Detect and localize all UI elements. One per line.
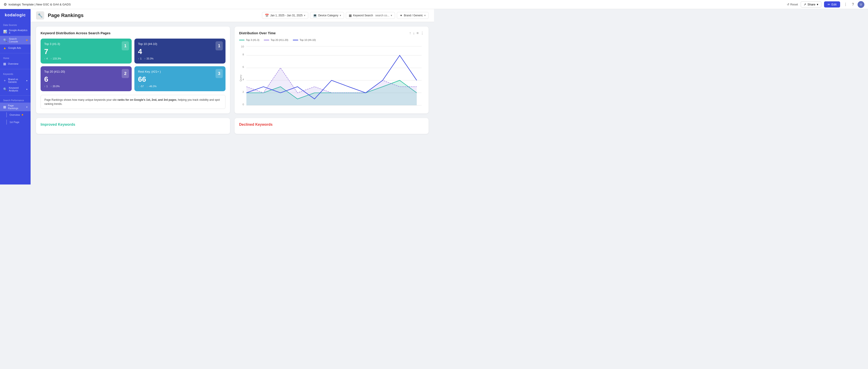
stat3-value: 1: [140, 57, 142, 60]
page-title: Page Rankings: [48, 12, 84, 18]
arrow-down-icon[interactable]: ↓: [413, 31, 415, 35]
kd-tile-rest-label: Rest Key. (#21+ ): [138, 70, 222, 73]
svg-text:Jan 19: Jan 19: [345, 107, 352, 108]
up-arrow-icon-4: ↑: [144, 57, 146, 60]
date-filter-label: Jan 1, 2025 - Jan 31, 2025: [270, 14, 303, 17]
device-chevron-icon: ▾: [340, 14, 341, 17]
kd-tile-top20-stats: ↑ 1 ↑ 20.0%: [44, 85, 128, 88]
sub-bar-icon: [6, 112, 7, 117]
sidebar-item-brand-vs-generic[interactable]: ＋ Brand vs Generic ▾: [0, 76, 31, 85]
google-ads-icon: ▲: [3, 46, 6, 50]
declined-keywords-title: Declined Keywords: [239, 122, 424, 126]
sidebar-item-google-analytics[interactable]: 📊 Google Analytics 4: [0, 27, 31, 36]
legend-top3: Top 3 (#1-3): [239, 38, 259, 41]
svg-text:Query: Query: [239, 75, 242, 82]
stat8-value: -46.3%: [149, 85, 157, 88]
kd-tile-rest-stats: ↓ -57 ↓ -46.3%: [138, 85, 222, 88]
kd-card-title: Keyword Distribution Across Search Pages: [40, 31, 225, 35]
svg-text:4: 4: [243, 78, 244, 81]
dot-legend: Top 3 (#1-3) Top 20 (#11-20) Top 10 (#4-…: [239, 38, 424, 41]
kd-tile-top10-badge: 1: [216, 41, 223, 50]
kd-tile-top20-badge: 2: [122, 69, 129, 78]
svg-text:Jan 25: Jan 25: [379, 107, 386, 108]
dot-card-title: Distribution Over Time: [239, 31, 276, 35]
sidebar-item-label: Google Analytics 4: [9, 29, 27, 34]
kd-tile-top3: Top 3 (#1-3) 7 ↑ 4 ↑ 133.3%: [40, 38, 132, 63]
sidebar-item-page-rankings[interactable]: ▦ Page Rankings ▾: [0, 103, 31, 111]
sidebar-item-keyword-analysis[interactable]: 🔍 Keyword Analysis ▾: [0, 85, 31, 93]
legend-top10-label: Top 10 (#4-10): [300, 38, 316, 41]
svg-text:Jan 22: Jan 22: [362, 107, 369, 108]
legend-top3-label: Top 3 (#1-3): [246, 38, 259, 41]
sub-item-label: Overview: [9, 113, 20, 116]
filter-icon[interactable]: ≡: [416, 31, 418, 35]
sidebar-sub-item-1st-page[interactable]: 1st Page: [0, 118, 31, 126]
kd-stat-7: ↓ -57: [138, 85, 144, 88]
legend-line-teal: [239, 40, 245, 40]
kd-stat-8: ↓ -46.3%: [146, 85, 156, 88]
keyword-search-filter-button[interactable]: ▦ Keyword Search search co... ▾: [346, 12, 395, 19]
declined-keywords-card: Declined Keywords: [235, 118, 429, 134]
svg-text:Jan 1: Jan 1: [244, 107, 249, 108]
up-arrow-icon: ↑: [44, 57, 45, 60]
kd-tile-top3-value: 7: [44, 48, 128, 56]
kd-stat-5: ↑ 1: [44, 85, 48, 88]
sidebar-item-label: Search Console: [9, 37, 24, 43]
device-icon: 💻: [313, 13, 317, 17]
kd-tile-top10-value: 4: [138, 48, 222, 56]
chart-actions: ↑ ↓ ≡ ⋮: [409, 31, 424, 35]
svg-text:6: 6: [243, 65, 244, 68]
sidebar-sub-item-overview[interactable]: Overview: [0, 111, 31, 118]
sidebar-item-overview[interactable]: ▦ Overview: [0, 60, 31, 67]
sidebar-item-search-console[interactable]: 🔍 Search Console: [0, 36, 31, 45]
kd-tile-top3-label: Top 3 (#1-3): [44, 42, 128, 46]
section-label-data-sources: Data Sources: [0, 22, 31, 27]
kd-tile-rest: Rest Key. (#21+ ) 66 ↓ -57 ↓ -46.3%: [134, 66, 225, 91]
sidebar-item-label: Google Ads: [8, 47, 21, 49]
svg-text:Jan 31: Jan 31: [413, 107, 420, 108]
content-grid: Keyword Distribution Across Search Pages…: [36, 27, 429, 113]
kd-tile-top20: Top 20 (#11-20) 6 ↑ 1 ↑ 20.0%: [40, 66, 132, 91]
grid-icon: ▦: [3, 105, 6, 109]
kd-tile-rest-badge: 3: [216, 69, 223, 78]
brand-filter-label: Brand / Generic: [404, 14, 423, 17]
device-filter-button[interactable]: 💻 Device Category ▾: [310, 12, 344, 19]
kd-tiles-grid: Top 3 (#1-3) 7 ↑ 4 ↑ 133.3%: [40, 38, 225, 91]
stat2-value: 133.3%: [53, 57, 61, 60]
legend-line-darkblue: [293, 40, 298, 40]
chevron-icon-2: ▾: [26, 88, 27, 90]
wrench-icon: 🔧: [38, 13, 42, 18]
section-label-keywords: Keywords: [0, 71, 31, 76]
active-dot-2: [22, 114, 23, 115]
topbar-left: ⚙ kodalogic Template | New GSC & GA4 & G…: [4, 2, 71, 7]
up-arrow-icon-5: ↑: [44, 85, 45, 88]
filter-group: 📅 Jan 1, 2025 - Jan 31, 2025 ▾ 💻 Device …: [262, 12, 429, 19]
svg-text:Jan 16: Jan 16: [329, 107, 335, 108]
improved-keywords-card: Improved Keywords: [36, 118, 230, 134]
stat4-value: 33.3%: [146, 57, 153, 60]
active-dot: [26, 39, 27, 41]
sidebar-logo: kodalogic: [0, 13, 31, 22]
date-filter-button[interactable]: 📅 Jan 1, 2025 - Jan 31, 2025 ▾: [262, 12, 308, 19]
brand-generic-filter-button[interactable]: ✦ Brand / Generic ▾: [397, 12, 429, 19]
down-arrow-icon: ↓: [138, 85, 140, 88]
plus-icon: ＋: [3, 79, 6, 83]
sidebar-item-google-ads[interactable]: ▲ Google Ads: [0, 45, 31, 51]
legend-line-purple: [264, 40, 269, 40]
distribution-over-time-card: Distribution Over Time ↑ ↓ ≡ ⋮ Top 3 (#1…: [235, 27, 429, 113]
up-arrow-icon-6: ↑: [51, 85, 52, 88]
topbar: ⚙ kodalogic Template | New GSC & GA4 & G…: [0, 0, 434, 9]
chart-area: 0 2 4 6 8 10 Query: [239, 44, 424, 109]
calendar-icon: 📅: [265, 13, 269, 17]
kd-tile-top20-label: Top 20 (#11-20): [44, 70, 128, 73]
svg-marker-25: [246, 68, 417, 105]
arrow-up-icon[interactable]: ↑: [409, 31, 411, 35]
keyword-filter-value: search co...: [375, 14, 390, 17]
keyword-icon: ▦: [349, 13, 352, 17]
more-icon[interactable]: ⋮: [421, 31, 424, 35]
kd-tile-top20-value: 6: [44, 75, 128, 84]
kd-stat-2: ↑ 133.3%: [51, 57, 61, 60]
stat1-value: 4: [46, 57, 48, 60]
date-chevron-icon: ▾: [304, 14, 305, 17]
legend-top20-label: Top 20 (#11-20): [271, 38, 288, 41]
